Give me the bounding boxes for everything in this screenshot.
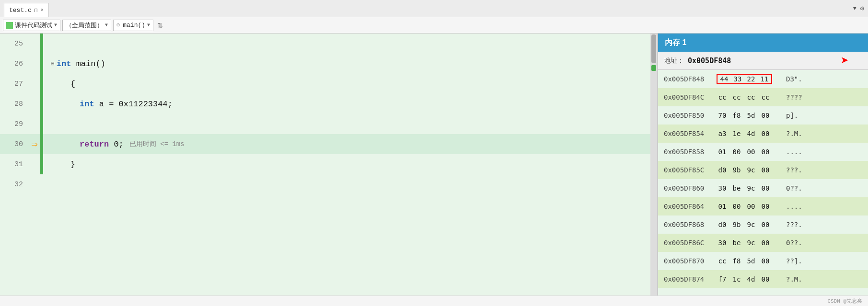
mem-addr: 0x005DF848 (664, 75, 717, 83)
function-dropdown[interactable]: ⊙ main() ▼ (113, 20, 153, 31)
mem-bytes: d09b9c00 (717, 221, 786, 228)
function-label: main() (123, 22, 145, 29)
scrollbar-thumb (651, 34, 656, 63)
scrollbar-indicator (651, 65, 656, 71)
memory-address-label: 地址： (664, 57, 684, 65)
code-scrollbar[interactable] (650, 34, 657, 295)
mem-addr: 0x005DF868 (664, 221, 717, 228)
settings-icon[interactable]: ⚙ (860, 4, 864, 12)
line-indicator-30: ⇒ (29, 138, 40, 151)
mem-addr: 0x005DF86C (664, 239, 717, 247)
code-line-25: 25 (0, 34, 657, 54)
mem-ascii: .... (786, 148, 802, 156)
mem-bytes: ccf85d00 (717, 257, 786, 265)
range-label: （全局范围） (66, 21, 103, 30)
line-num-31: 31 (0, 160, 29, 169)
mem-ascii: ???? (786, 93, 802, 101)
mem-ascii: ???. (786, 221, 802, 228)
code-panel: 25 26 ⊟ int main() (0, 34, 657, 295)
kw-int-28: int (80, 100, 94, 109)
code-line-30: 30 ⇒ return 0; 已用时间 <= 1ms (0, 134, 657, 154)
open-brace-27: { (51, 79, 75, 89)
range-arrow-icon: ▼ (105, 23, 108, 28)
mem-bytes: 01000000 (717, 203, 786, 210)
code-line-31: 31 } (0, 154, 657, 174)
mem-bytes: 01000000 (717, 148, 786, 156)
mem-addr: 0x005DF85C (664, 166, 717, 174)
function-icon: ⊙ (116, 22, 120, 29)
memory-header: 内存 1 (658, 34, 868, 52)
line-num-26: 26 (0, 60, 29, 68)
tab-filename: test.c (9, 7, 32, 14)
mem-highlight-box: 44332211 (717, 74, 772, 84)
green-bar-25 (40, 34, 43, 54)
code-line-29: 29 (0, 114, 657, 134)
mem-bytes: f71c4d00 (717, 275, 786, 283)
mem-bytes: 70f85d00 (717, 112, 786, 119)
code-line-28: 28 int a = 0x11223344; (0, 94, 657, 114)
line-num-32: 32 (0, 181, 29, 189)
mem-ascii: p]. (786, 112, 798, 119)
mem-ascii: 0??. (786, 184, 802, 192)
close-brace-31: } (51, 160, 75, 169)
memory-row: 0x005DF85070f85d00p]. (658, 106, 868, 125)
memory-address-bar: 地址： 0x005DF848 ➤ (658, 52, 868, 70)
memory-title: 内存 1 (665, 38, 686, 48)
tab-bar: test.c ⊓ × ▼ ⚙ (0, 0, 868, 17)
memory-row: 0x005DF86030be9c000??. (658, 179, 868, 197)
memory-row: 0x005DF874f71c4d00?.M. (658, 270, 868, 288)
line-num-28: 28 (0, 100, 29, 108)
mem-bytes: a31e4d00 (717, 130, 786, 137)
mem-ascii: ?.M. (786, 275, 802, 283)
code-scroll-area[interactable]: 25 26 ⊟ int main() (0, 34, 657, 295)
function-arrow-icon: ▼ (147, 23, 150, 28)
mem-ascii: 0??. (786, 239, 802, 247)
pin-icon[interactable]: ⊓ (35, 7, 38, 13)
memory-row: 0x005DF86401000000.... (658, 197, 868, 215)
line-num-25: 25 (0, 40, 29, 48)
mem-ascii: D3". (786, 75, 802, 83)
tab-dropdown-icon[interactable]: ▼ (853, 6, 856, 11)
line-content-27: { (43, 79, 657, 89)
mem-ascii: ?.M. (786, 130, 802, 137)
func-main-26: main() (76, 59, 105, 68)
mem-addr: 0x005DF84C (664, 93, 717, 101)
return-comment-30: 已用时间 <= 1ms (129, 140, 185, 148)
line-content-31: } (43, 160, 657, 169)
memory-row: 0x005DF86C30be9c000??. (658, 234, 868, 252)
memory-row: 0x005DF854a31e4d00?.M. (658, 125, 868, 143)
tab-test-c[interactable]: test.c ⊓ × (4, 3, 49, 17)
kw-int-26: int (57, 59, 71, 68)
line-content-28: int a = 0x11223344; (43, 100, 657, 109)
mem-addr: 0x005DF860 (664, 184, 717, 192)
memory-row: 0x005DF85801000000.... (658, 143, 868, 161)
line-content-26: ⊟ int main() (43, 59, 657, 68)
scope-label: 课件代码测试 (15, 21, 52, 30)
scope-arrow-icon: ▼ (54, 23, 57, 28)
mem-addr: 0x005DF874 (664, 275, 717, 283)
close-icon[interactable]: × (40, 7, 44, 13)
watermark: CSDN @先忘矣 (827, 297, 862, 305)
code-line-27: 27 { (0, 74, 657, 94)
memory-address-value[interactable]: 0x005DF848 (688, 57, 731, 65)
code-lines: 25 26 ⊟ int main() (0, 34, 657, 194)
range-dropdown[interactable]: （全局范围） ▼ (62, 20, 111, 31)
debug-arrow-icon: ⇒ (31, 138, 37, 151)
mem-ascii: ??]. (786, 257, 802, 265)
mem-addr: 0x005DF858 (664, 148, 717, 156)
var-a-28: a = 0x11223344; (99, 100, 173, 109)
mem-bytes: cccccccc (717, 93, 786, 101)
code-line-32: 32 (0, 174, 657, 194)
code-line-26: 26 ⊟ int main() (0, 54, 657, 74)
pin-button[interactable]: ⇅ (155, 21, 165, 30)
memory-row: 0x005DF85Cd09b9c00???. (658, 161, 868, 179)
mem-bytes: d09b9c00 (717, 166, 786, 174)
mem-addr: 0x005DF870 (664, 257, 717, 265)
mem-bytes: 30be9c00 (717, 239, 786, 247)
collapse-icon-26[interactable]: ⊟ (51, 60, 55, 68)
kw-return-30: return (80, 140, 109, 149)
mem-bytes: 44332211 (717, 74, 786, 84)
green-bar-29 (40, 114, 43, 134)
memory-row: 0x005DF84844332211D3". (658, 70, 868, 88)
scope-dropdown[interactable]: 课件代码测试 ▼ (3, 20, 60, 31)
